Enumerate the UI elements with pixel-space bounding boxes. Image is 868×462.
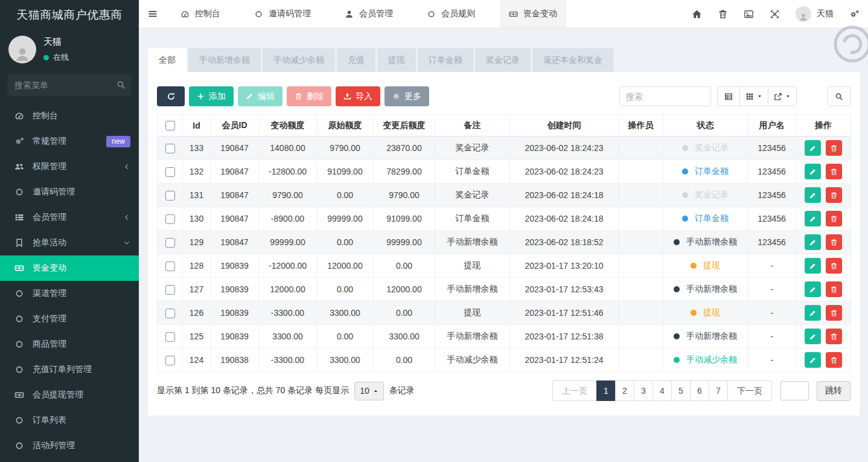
home-icon[interactable]: [692, 9, 702, 19]
row-edit-button[interactable]: [805, 187, 821, 203]
refresh-button[interactable]: [157, 86, 185, 106]
row-edit-button[interactable]: [805, 305, 821, 321]
menu-icon: [14, 111, 25, 121]
row-checkbox[interactable]: [165, 214, 175, 224]
topnav-tab-dashboard[interactable]: 控制台: [171, 0, 229, 28]
detail-view-button[interactable]: [717, 86, 740, 106]
filter-tab[interactable]: 全部: [148, 48, 187, 72]
sidebar-item-payment-mgmt[interactable]: 支付管理: [0, 306, 139, 332]
topnav-tab-member-rules[interactable]: 会员规则: [418, 0, 484, 28]
sidebar-item-funds-change[interactable]: 资金变动: [0, 255, 139, 281]
row-checkbox[interactable]: [165, 167, 175, 177]
settings-gears-icon[interactable]: [849, 9, 860, 19]
sidebar-item-order-list[interactable]: 订单列表: [0, 408, 139, 433]
row-checkbox[interactable]: [165, 356, 175, 365]
sidebar-item-permission-mgmt[interactable]: 权限管理: [0, 154, 139, 179]
row-checkbox[interactable]: [165, 238, 175, 248]
screenshot-icon[interactable]: [744, 9, 754, 19]
filter-tab[interactable]: 奖金记录: [475, 48, 531, 72]
columns-button[interactable]: [739, 86, 768, 106]
row-delete-button[interactable]: [826, 211, 842, 226]
menu-icon: [14, 339, 25, 349]
page-button[interactable]: 1: [596, 380, 616, 401]
topnav-tab-member-mgmt[interactable]: 会员管理: [336, 0, 402, 28]
row-checkbox[interactable]: [165, 261, 175, 271]
row-edit-button[interactable]: [805, 281, 821, 297]
row-edit-button[interactable]: [805, 258, 821, 274]
row-delete-button[interactable]: [826, 305, 842, 321]
menu-toggle-icon[interactable]: [147, 9, 158, 19]
page-button[interactable]: 5: [671, 380, 691, 401]
cell-original-amount: 99999.00: [317, 207, 374, 231]
topnav-tab-invite-code-mgmt[interactable]: 邀请码管理: [245, 0, 320, 28]
jump-page-input[interactable]: [780, 381, 809, 400]
sidebar-item-grab-order-activity[interactable]: 抢单活动: [0, 230, 139, 255]
user-menu[interactable]: 天猫: [796, 6, 834, 22]
per-page-select[interactable]: 10: [354, 382, 384, 400]
prev-page-button[interactable]: 上一页: [552, 380, 597, 401]
cell-original-amount: 91099.00: [317, 160, 374, 184]
row-edit-button[interactable]: [805, 234, 821, 250]
sidebar-item-member-withdraw-mgmt[interactable]: 会员提现管理: [0, 382, 139, 408]
page-button[interactable]: 3: [634, 380, 653, 401]
search-button[interactable]: [827, 86, 850, 106]
filter-tab[interactable]: 手动减少余额: [263, 48, 335, 72]
table-search-input[interactable]: [619, 86, 711, 106]
trash-icon[interactable]: [718, 9, 728, 19]
add-button[interactable]: 添加: [189, 86, 234, 106]
row-edit-button[interactable]: [805, 140, 821, 156]
sidebar-item-general-mgmt[interactable]: 常规管理 new: [0, 129, 139, 154]
row-edit-button[interactable]: [805, 164, 821, 179]
fullscreen-icon[interactable]: [770, 9, 780, 19]
filter-tab[interactable]: 手动新增余额: [188, 48, 261, 72]
page-button[interactable]: 2: [615, 380, 634, 401]
row-edit-button[interactable]: [805, 352, 821, 368]
sidebar-search-input[interactable]: [7, 74, 132, 96]
delete-button[interactable]: 删除: [287, 86, 331, 106]
row-delete-button[interactable]: [826, 140, 842, 156]
sidebar-item-invite-code-mgmt[interactable]: 邀请码管理: [0, 179, 139, 205]
next-page-button[interactable]: 下一页: [727, 380, 772, 401]
row-delete-button[interactable]: [826, 258, 842, 274]
sidebar-item-channel-mgmt[interactable]: 渠道管理: [0, 281, 139, 306]
row-delete-button[interactable]: [826, 164, 842, 179]
row-checkbox[interactable]: [165, 332, 175, 342]
row-delete-button[interactable]: [826, 234, 842, 250]
sidebar-item-recharge-order-mgmt[interactable]: 充值订单列管理: [0, 357, 139, 382]
page-button[interactable]: 6: [690, 380, 709, 401]
summary-suffix: 条记录: [389, 385, 415, 396]
cell-after-amount: 0.00: [374, 348, 435, 372]
row-checkbox[interactable]: [165, 191, 175, 201]
row-edit-button[interactable]: [805, 329, 821, 344]
topnav-tab-funds-change[interactable]: 资金变动: [500, 0, 566, 28]
table-header-row: Id会员ID变动额度原始额度变更后额度备注创建时间操作员状态用户名操作: [158, 115, 851, 136]
row-checkbox[interactable]: [165, 309, 175, 318]
filter-tab[interactable]: 充值: [337, 48, 375, 72]
sidebar-item-dashboard[interactable]: 控制台: [0, 103, 139, 129]
jump-button[interactable]: 跳转: [817, 381, 850, 401]
filter-tab[interactable]: 提现: [377, 48, 416, 72]
edit-button[interactable]: 编辑: [238, 86, 282, 106]
row-edit-button[interactable]: [805, 211, 821, 226]
cell-operator: [619, 301, 663, 325]
row-delete-button[interactable]: [826, 329, 842, 344]
cell-actions: [796, 348, 851, 372]
row-checkbox[interactable]: [165, 285, 175, 295]
page-button[interactable]: 4: [653, 380, 672, 401]
sidebar-item-member-mgmt[interactable]: 会员管理: [0, 205, 139, 230]
avatar: [796, 6, 811, 22]
export-button[interactable]: [768, 86, 797, 106]
sidebar-item-activity-mgmt[interactable]: 活动列管理: [0, 433, 139, 458]
more-button[interactable]: 更多: [385, 86, 429, 106]
row-delete-button[interactable]: [826, 352, 842, 368]
row-checkbox[interactable]: [165, 144, 175, 153]
filter-tab[interactable]: 返还本金和奖金: [532, 48, 613, 72]
page-button[interactable]: 7: [709, 380, 728, 401]
sidebar-item-product-mgmt[interactable]: 商品管理: [0, 332, 139, 357]
select-all-checkbox[interactable]: [165, 121, 175, 130]
row-delete-button[interactable]: [826, 281, 842, 297]
cell-id: 133: [183, 136, 211, 160]
filter-tab[interactable]: 订单金额: [418, 48, 473, 72]
import-button[interactable]: 导入: [336, 86, 380, 106]
row-delete-button[interactable]: [826, 187, 842, 203]
